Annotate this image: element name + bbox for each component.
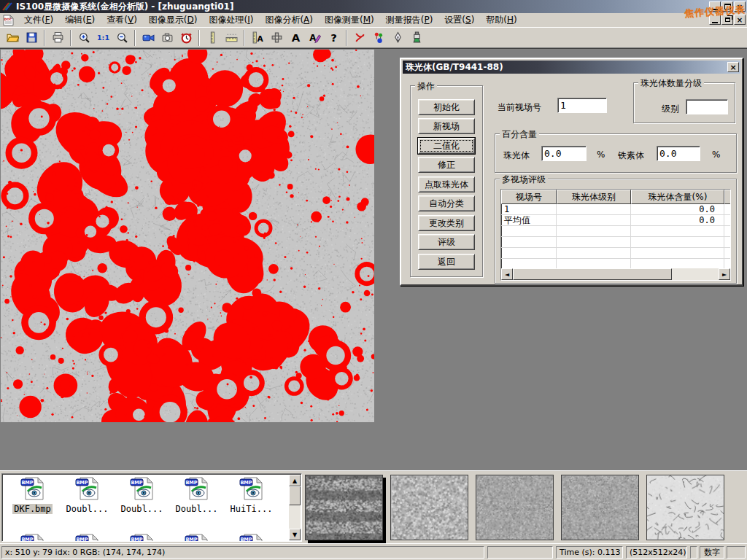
- actual-size-icon[interactable]: 1:1: [93, 29, 112, 47]
- table-hscrollbar[interactable]: ◄ ►: [501, 268, 730, 280]
- table-row[interactable]: 平均值0.0: [501, 215, 730, 226]
- zoom-out-icon[interactable]: [112, 29, 131, 47]
- annotate-icon[interactable]: A: [305, 29, 324, 47]
- table-column-header: 珠光体级别: [557, 190, 631, 204]
- svg-text:BMP: BMP: [240, 537, 252, 542]
- ferrite-unit: %: [712, 149, 720, 160]
- table-row[interactable]: [501, 248, 730, 259]
- menu-item-2[interactable]: 编辑(E): [59, 12, 101, 28]
- op-button-8[interactable]: 评级: [418, 234, 475, 250]
- scroll-left-icon[interactable]: ◄: [501, 268, 513, 280]
- hscroll-thumb[interactable]: [513, 268, 672, 280]
- ferrite-percent-input[interactable]: [657, 146, 700, 161]
- svg-text:?: ?: [330, 31, 337, 44]
- file-row-partial: BMPBMPBMPBMPBMP: [5, 533, 279, 542]
- menu-item-9[interactable]: 设置(S): [438, 12, 480, 28]
- status-spacer-1: [487, 546, 553, 559]
- current-field-input[interactable]: [557, 98, 607, 113]
- menu-item-6[interactable]: 图像分析(A): [259, 12, 319, 28]
- table-row[interactable]: [501, 226, 730, 237]
- menu-item-10[interactable]: 帮助(H): [480, 12, 522, 28]
- thumbnail-5[interactable]: [646, 475, 724, 540]
- print-icon[interactable]: [48, 29, 67, 47]
- vscroll-thumb[interactable]: [289, 486, 301, 505]
- save-icon[interactable]: [22, 29, 41, 47]
- op-button-5[interactable]: 点取珠光体: [418, 176, 475, 192]
- rating-table-body: 10.0平均值0.0: [501, 204, 730, 270]
- menu-item-4[interactable]: 图像显示(D): [143, 12, 204, 28]
- op-button-9[interactable]: 返回: [418, 254, 475, 270]
- file-item-3[interactable]: BMPDoubl...: [115, 476, 169, 514]
- open-folder-icon[interactable]: [3, 29, 22, 47]
- file-item-partial[interactable]: BMP: [115, 533, 169, 542]
- thumbnail-3[interactable]: [476, 475, 554, 540]
- caliper-icon[interactable]: [203, 29, 222, 47]
- dialog-close-icon[interactable]: ×: [727, 62, 739, 72]
- menu-item-8[interactable]: 测量报告(P): [380, 12, 439, 28]
- op-button-1[interactable]: 初始化: [418, 99, 475, 115]
- dialog-title: 珠光体(GB/T9441-88): [406, 61, 503, 74]
- color-points-icon[interactable]: [369, 29, 388, 47]
- bmp-file-icon: BMP: [20, 533, 45, 542]
- table-cell: [501, 259, 557, 269]
- pearlite-percent-input[interactable]: [541, 146, 587, 161]
- file-item-4[interactable]: BMPDoubl...: [169, 476, 224, 514]
- status-position: x: 510 y: 79 idx: 0 RGB: (174, 174, 174): [1, 546, 484, 559]
- file-vscrollbar[interactable]: ▲ ▼: [289, 475, 301, 540]
- hscroll-track[interactable]: [513, 268, 719, 280]
- operation-group-label: 操作: [415, 80, 437, 93]
- table-row[interactable]: [501, 237, 730, 248]
- file-panel: BMPDKF.bmpBMPDoubl...BMPDoubl...BMPDoubl…: [0, 470, 747, 543]
- scroll-up-icon[interactable]: ▲: [289, 475, 301, 486]
- percent-group: 百分含量: [495, 133, 737, 173]
- dialog-title-bar[interactable]: 珠光体(GB/T9441-88): [403, 61, 740, 74]
- svg-text:1:1: 1:1: [97, 34, 109, 42]
- brush-tool-icon[interactable]: [407, 29, 426, 47]
- grade-level-label: 级别: [662, 103, 679, 115]
- text-label-icon[interactable]: A: [286, 29, 305, 47]
- menu-item-7[interactable]: 图像测量(M): [319, 12, 380, 28]
- timer-clock-icon[interactable]: [177, 29, 196, 47]
- bmp-file-icon: BMP: [130, 533, 155, 542]
- pen-tool-icon[interactable]: [388, 29, 407, 47]
- menu-item-5[interactable]: 图像处理(I): [203, 12, 259, 28]
- table-cell: 1: [501, 204, 557, 214]
- calibration-icon[interactable]: A: [248, 29, 267, 47]
- grade-level-input[interactable]: [686, 99, 728, 114]
- ruler-icon[interactable]: [222, 29, 241, 47]
- menu-item-3[interactable]: 查看(V): [101, 12, 143, 28]
- file-item-partial[interactable]: BMP: [224, 533, 279, 542]
- scroll-down-icon[interactable]: ▼: [289, 529, 301, 540]
- help-icon[interactable]: ?: [324, 29, 343, 47]
- pearlite-unit: %: [597, 149, 605, 160]
- file-item-5[interactable]: BMPHuiTi...: [224, 476, 279, 514]
- file-item-partial[interactable]: BMP: [169, 533, 224, 542]
- table-row[interactable]: 10.0: [501, 204, 730, 215]
- toolbar-separator: [134, 30, 136, 46]
- status-spacer-2: [690, 546, 697, 559]
- zoom-in-icon[interactable]: [74, 29, 93, 47]
- op-button-2[interactable]: 新视场: [418, 118, 475, 134]
- video-camera-icon[interactable]: [139, 29, 158, 47]
- menu-item-1[interactable]: 文件(F): [18, 12, 59, 28]
- file-item-1[interactable]: BMPDKF.bmp: [5, 476, 60, 514]
- thumbnail-1[interactable]: [305, 475, 383, 540]
- thumbnail-2[interactable]: [390, 475, 468, 540]
- file-item-2[interactable]: BMPDoubl...: [60, 476, 115, 514]
- scroll-right-icon[interactable]: ►: [719, 268, 730, 280]
- micrograph-image[interactable]: [1, 50, 374, 422]
- thumbnail-4[interactable]: [561, 475, 639, 540]
- svg-text:BMP: BMP: [21, 537, 33, 542]
- op-button-4[interactable]: 修正: [418, 157, 475, 173]
- table-cell: [724, 215, 731, 225]
- op-button-7[interactable]: 更改类别: [418, 215, 475, 231]
- file-item-partial[interactable]: BMP: [5, 533, 60, 542]
- svg-text:BMP: BMP: [76, 480, 88, 486]
- file-item-partial[interactable]: BMP: [60, 533, 115, 542]
- file-name: HuiTi...: [229, 504, 274, 514]
- op-button-6[interactable]: 自动分类: [418, 195, 475, 211]
- capture-camera-icon[interactable]: [158, 29, 177, 47]
- op-button-3[interactable]: 二值化: [418, 138, 475, 154]
- grid-tool-icon[interactable]: [267, 29, 286, 47]
- curve-tool-icon[interactable]: [350, 29, 369, 47]
